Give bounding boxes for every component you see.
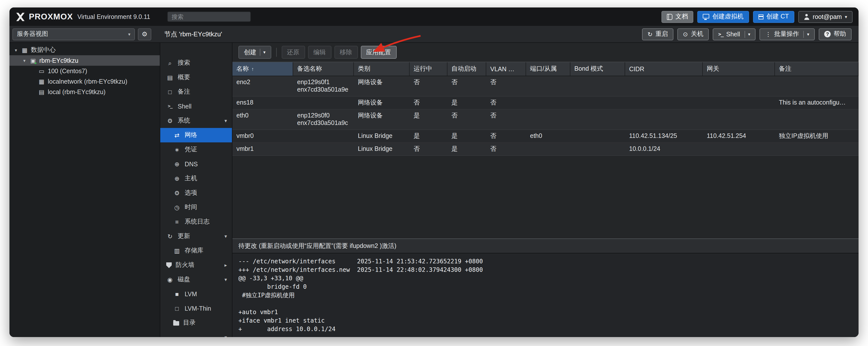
network-row-vmbr0[interactable]: vmbr0Linux Bridge是是否eth0110.42.51.134/25… bbox=[232, 130, 859, 143]
column-label: 备注 bbox=[779, 65, 792, 73]
chevron-down-icon[interactable]: ▾ bbox=[804, 31, 809, 38]
global-search-input[interactable] bbox=[167, 11, 251, 22]
menu-item-updates[interactable]: ↻更新▾ bbox=[160, 229, 232, 244]
chevron-down-icon[interactable]: ▾ bbox=[260, 49, 266, 56]
column-header-comment[interactable]: 备注 bbox=[775, 62, 859, 76]
menu-item-hosts[interactable]: ⊕主机 bbox=[160, 171, 232, 186]
menu-item-network[interactable]: ⇄网络 bbox=[160, 128, 232, 143]
menu-item-options[interactable]: ⚙选项 bbox=[160, 186, 232, 200]
cell-cidr bbox=[625, 97, 703, 109]
column-label: 类别 bbox=[358, 65, 370, 73]
bulk-actions-button[interactable]: ⋮ 批量操作 ▾ bbox=[760, 28, 815, 40]
cell-autostart: 是 bbox=[447, 97, 486, 109]
search-icon: ⌕ bbox=[166, 60, 174, 66]
column-label: 自动启动 bbox=[452, 65, 476, 73]
restart-button[interactable]: ↻ 重启 bbox=[642, 28, 673, 40]
cell-gateway bbox=[703, 143, 775, 155]
cell-bond bbox=[570, 76, 625, 96]
brand: PROXMOX Virtual Environment 9.0.11 bbox=[16, 12, 150, 22]
tree-item-node-rbm-EYc9tkzu[interactable]: ▾▣▸rbm-EYc9tkzu bbox=[9, 55, 160, 66]
column-header-altname[interactable]: 备选名称 bbox=[293, 62, 354, 76]
cell-bond bbox=[570, 109, 625, 129]
resource-tree: ▾▦数据中心▾▣▸rbm-EYc9tkzu▭100 (Centos7)▦loca… bbox=[9, 43, 160, 337]
menu-item-firewall[interactable]: 防火墙▸ bbox=[160, 258, 232, 272]
note-icon: □ bbox=[166, 89, 174, 95]
edit-button[interactable]: 编辑 bbox=[308, 46, 331, 59]
cell-vlan: 否 bbox=[486, 97, 526, 109]
network-row-eth0[interactable]: eth0enp129s0f0 enx7cd30a501a9c网络设备是否否 bbox=[232, 109, 859, 130]
menu-item-syslog[interactable]: ≡系统日志 bbox=[160, 215, 232, 229]
revert-button[interactable]: 还原 bbox=[281, 46, 305, 59]
cell-cidr bbox=[625, 76, 703, 96]
menu-item-notes[interactable]: □备注 bbox=[160, 85, 232, 99]
disk-icon: ◉ bbox=[166, 277, 174, 283]
column-header-vlan[interactable]: VLAN … bbox=[486, 62, 526, 76]
cell-name: eno2 bbox=[232, 76, 293, 96]
menu-item-directory[interactable]: 目录 bbox=[160, 316, 232, 330]
chevron-down-icon[interactable]: ▾ bbox=[745, 31, 750, 38]
menu-item-label: 目录 bbox=[183, 319, 195, 327]
menu-item-shell[interactable]: >_Shell bbox=[160, 99, 232, 114]
book-icon: ▤ bbox=[166, 74, 174, 81]
cell-altname bbox=[293, 143, 354, 155]
column-header-cidr[interactable]: CIDR bbox=[625, 62, 703, 76]
column-header-gateway[interactable]: 网关 bbox=[703, 62, 775, 76]
shell-button[interactable]: >_ Shell ▾ bbox=[713, 28, 756, 40]
create-ct-button[interactable]: 创建 CT bbox=[753, 11, 794, 23]
tree-item-label: rbm-EYc9tkzu bbox=[39, 57, 79, 64]
restart-icon: ↻ bbox=[648, 31, 652, 37]
menu-item-label: DNS bbox=[185, 161, 198, 167]
cell-gateway bbox=[703, 76, 775, 96]
menu-item-label: 网络 bbox=[185, 131, 197, 139]
cell-name: eth0 bbox=[232, 109, 293, 129]
menu-item-disks[interactable]: ◉磁盘▾ bbox=[160, 272, 232, 287]
column-header-autostart[interactable]: 自动启动 bbox=[447, 62, 486, 76]
tree-item-vm-100[interactable]: ▭100 (Centos7) bbox=[9, 66, 160, 76]
menu-item-lvm[interactable]: ■LVM bbox=[160, 287, 232, 301]
column-header-active[interactable]: 运行中 bbox=[410, 62, 447, 76]
caret-down-icon: ▾ bbox=[22, 58, 27, 63]
menu-item-system[interactable]: ⚙系统▾ bbox=[160, 114, 232, 128]
menu-item-repositories[interactable]: ▥存储库 bbox=[160, 244, 232, 258]
tree-settings-button[interactable]: ⚙ bbox=[138, 28, 151, 40]
cell-name: vmbr0 bbox=[232, 130, 293, 143]
documentation-button[interactable]: 文档 bbox=[662, 11, 693, 23]
network-row-eno2[interactable]: eno2enp129s0f1 enx7cd30a501a9e网络设备否否否 bbox=[232, 76, 859, 97]
user-menu-button[interactable]: root@pam ▾ bbox=[798, 11, 852, 23]
tree-item-storage-localnetwork[interactable]: ▦localnetwork (rbm-EYc9tkzu) bbox=[9, 76, 160, 87]
shutdown-button[interactable]: ⊙ 关机 bbox=[677, 28, 709, 40]
menu-item-more[interactable]: ▾ bbox=[160, 330, 232, 337]
apply-config-button[interactable]: 应用配置 bbox=[361, 46, 396, 59]
column-header-type[interactable]: 类别 bbox=[354, 62, 410, 76]
column-header-bond[interactable]: Bond 模式 bbox=[570, 62, 625, 76]
view-mode-label: 服务器视图 bbox=[17, 30, 48, 38]
cell-comment bbox=[775, 143, 859, 155]
create-button[interactable]: 创建 ▾ bbox=[239, 46, 271, 59]
menu-item-label: LVM bbox=[185, 290, 197, 297]
cell-vlan: 否 bbox=[486, 143, 526, 155]
menu-item-time[interactable]: ◷时间 bbox=[160, 200, 232, 215]
cell-active: 否 bbox=[410, 97, 447, 109]
cell-bond bbox=[570, 97, 625, 109]
network-row-ens18[interactable]: ens18网络设备否是否This is an autoconfigu… bbox=[232, 97, 859, 109]
cell-name: ens18 bbox=[232, 97, 293, 109]
help-button[interactable]: ? 帮助 bbox=[819, 28, 851, 40]
menu-item-label: 备注 bbox=[178, 88, 190, 96]
cell-ports bbox=[526, 143, 570, 155]
cell-type: 网络设备 bbox=[354, 109, 410, 129]
tree-item-datacenter[interactable]: ▾▦数据中心 bbox=[9, 45, 160, 55]
cell-ports bbox=[526, 109, 570, 129]
menu-item-certificates[interactable]: ∗凭证 bbox=[160, 143, 232, 157]
create-vm-button[interactable]: 创建虚拟机 bbox=[698, 11, 749, 23]
column-header-name[interactable]: 名称↑ bbox=[232, 62, 293, 76]
menu-item-summary[interactable]: ▤概要 bbox=[160, 70, 232, 85]
menu-item-lvmthin[interactable]: □LVM-Thin bbox=[160, 301, 232, 316]
network-row-vmbr1[interactable]: vmbr1Linux Bridge否是否10.0.0.1/24 bbox=[232, 143, 859, 156]
pending-changes-title: 待更改 (重新启动或使用“应用配置”(需要 ifupdown2 )激活) bbox=[239, 242, 396, 250]
tree-item-storage-local[interactable]: ▤local (rbm-EYc9tkzu) bbox=[9, 87, 160, 97]
column-header-ports[interactable]: 端口/从属 bbox=[526, 62, 570, 76]
menu-item-search[interactable]: ⌕搜索 bbox=[160, 56, 232, 70]
menu-item-dns[interactable]: ⊕DNS bbox=[160, 157, 232, 171]
view-mode-select[interactable]: 服务器视图 ▾ bbox=[12, 28, 135, 40]
remove-button[interactable]: 移除 bbox=[334, 46, 358, 59]
